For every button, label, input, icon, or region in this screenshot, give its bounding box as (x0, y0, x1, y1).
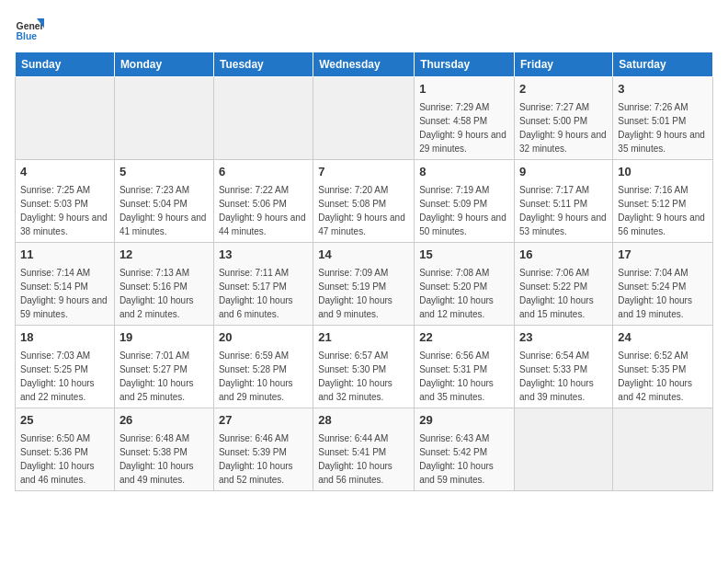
calendar-cell: 7Sunrise: 7:20 AM Sunset: 5:08 PM Daylig… (313, 160, 415, 243)
weekday-header-thursday: Thursday (415, 52, 515, 77)
calendar-cell: 19Sunrise: 7:01 AM Sunset: 5:27 PM Dayli… (114, 326, 213, 408)
calendar-cell: 11Sunrise: 7:14 AM Sunset: 5:14 PM Dayli… (16, 243, 115, 326)
day-number: 19 (119, 329, 209, 347)
day-info: Sunrise: 7:26 AM Sunset: 5:01 PM Dayligh… (618, 100, 708, 155)
calendar-cell: 16Sunrise: 7:06 AM Sunset: 5:22 PM Dayli… (515, 243, 613, 326)
day-info: Sunrise: 7:09 AM Sunset: 5:19 PM Dayligh… (318, 266, 409, 321)
calendar-cell: 28Sunrise: 6:44 AM Sunset: 5:41 PM Dayli… (313, 408, 415, 491)
day-number: 9 (519, 164, 608, 181)
weekday-header-wednesday: Wednesday (313, 52, 415, 77)
weekday-header-sunday: Sunday (16, 52, 115, 77)
logo-icon: General Blue (15, 15, 44, 44)
calendar-cell: 8Sunrise: 7:19 AM Sunset: 5:09 PM Daylig… (415, 160, 515, 243)
weekday-header-monday: Monday (114, 52, 213, 77)
day-info: Sunrise: 7:04 AM Sunset: 5:24 PM Dayligh… (618, 266, 708, 321)
calendar-cell: 13Sunrise: 7:11 AM Sunset: 5:17 PM Dayli… (213, 243, 313, 326)
calendar-cell: 4Sunrise: 7:25 AM Sunset: 5:03 PM Daylig… (16, 160, 115, 243)
calendar-cell: 24Sunrise: 6:52 AM Sunset: 5:35 PM Dayli… (613, 326, 713, 408)
day-number: 27 (219, 412, 308, 430)
day-number: 4 (20, 164, 109, 181)
calendar-cell (613, 408, 713, 491)
day-info: Sunrise: 6:54 AM Sunset: 5:33 PM Dayligh… (519, 349, 608, 404)
day-info: Sunrise: 7:11 AM Sunset: 5:17 PM Dayligh… (219, 266, 308, 321)
calendar-cell: 22Sunrise: 6:56 AM Sunset: 5:31 PM Dayli… (415, 326, 515, 408)
day-info: Sunrise: 6:43 AM Sunset: 5:42 PM Dayligh… (419, 431, 509, 487)
logo: General Blue (15, 15, 44, 44)
calendar-cell: 10Sunrise: 7:16 AM Sunset: 5:12 PM Dayli… (613, 160, 713, 243)
day-number: 23 (519, 329, 608, 347)
day-number: 2 (519, 81, 608, 98)
day-info: Sunrise: 7:01 AM Sunset: 5:27 PM Dayligh… (119, 349, 209, 404)
week-row-1: 1Sunrise: 7:29 AM Sunset: 4:58 PM Daylig… (16, 77, 713, 160)
calendar-cell: 26Sunrise: 6:48 AM Sunset: 5:38 PM Dayli… (114, 408, 213, 491)
calendar-cell: 5Sunrise: 7:23 AM Sunset: 5:04 PM Daylig… (114, 160, 213, 243)
day-info: Sunrise: 7:03 AM Sunset: 5:25 PM Dayligh… (20, 349, 109, 404)
week-row-3: 11Sunrise: 7:14 AM Sunset: 5:14 PM Dayli… (16, 243, 713, 326)
calendar-cell: 25Sunrise: 6:50 AM Sunset: 5:36 PM Dayli… (16, 408, 115, 491)
day-number: 20 (219, 329, 308, 347)
day-number: 12 (119, 247, 209, 264)
day-number: 29 (419, 412, 509, 430)
day-number: 13 (219, 247, 308, 264)
calendar-cell (213, 77, 313, 160)
calendar-cell: 9Sunrise: 7:17 AM Sunset: 5:11 PM Daylig… (515, 160, 613, 243)
calendar-table: SundayMondayTuesdayWednesdayThursdayFrid… (15, 52, 713, 491)
calendar-cell (114, 77, 213, 160)
calendar-cell: 2Sunrise: 7:27 AM Sunset: 5:00 PM Daylig… (515, 77, 613, 160)
calendar-cell: 1Sunrise: 7:29 AM Sunset: 4:58 PM Daylig… (415, 77, 515, 160)
calendar-cell: 3Sunrise: 7:26 AM Sunset: 5:01 PM Daylig… (613, 77, 713, 160)
weekday-header-saturday: Saturday (613, 52, 713, 77)
calendar-cell: 15Sunrise: 7:08 AM Sunset: 5:20 PM Dayli… (415, 243, 515, 326)
day-info: Sunrise: 7:29 AM Sunset: 4:58 PM Dayligh… (419, 100, 509, 155)
day-number: 18 (20, 329, 109, 347)
day-info: Sunrise: 6:52 AM Sunset: 5:35 PM Dayligh… (618, 349, 708, 404)
day-info: Sunrise: 6:50 AM Sunset: 5:36 PM Dayligh… (20, 431, 109, 487)
day-info: Sunrise: 6:46 AM Sunset: 5:39 PM Dayligh… (219, 431, 308, 487)
calendar-cell (313, 77, 415, 160)
weekday-header-friday: Friday (515, 52, 613, 77)
day-number: 28 (318, 412, 409, 430)
day-info: Sunrise: 6:48 AM Sunset: 5:38 PM Dayligh… (119, 431, 209, 487)
day-number: 8 (419, 164, 509, 181)
day-info: Sunrise: 7:22 AM Sunset: 5:06 PM Dayligh… (219, 183, 308, 238)
calendar-cell: 23Sunrise: 6:54 AM Sunset: 5:33 PM Dayli… (515, 326, 613, 408)
day-number: 22 (419, 329, 509, 347)
day-number: 15 (419, 247, 509, 264)
day-info: Sunrise: 6:56 AM Sunset: 5:31 PM Dayligh… (419, 349, 509, 404)
day-info: Sunrise: 7:25 AM Sunset: 5:03 PM Dayligh… (20, 183, 109, 238)
calendar-cell: 27Sunrise: 6:46 AM Sunset: 5:39 PM Dayli… (213, 408, 313, 491)
week-row-5: 25Sunrise: 6:50 AM Sunset: 5:36 PM Dayli… (16, 408, 713, 491)
day-info: Sunrise: 7:19 AM Sunset: 5:09 PM Dayligh… (419, 183, 509, 238)
day-info: Sunrise: 7:17 AM Sunset: 5:11 PM Dayligh… (519, 183, 608, 238)
week-row-4: 18Sunrise: 7:03 AM Sunset: 5:25 PM Dayli… (16, 326, 713, 408)
calendar-cell: 14Sunrise: 7:09 AM Sunset: 5:19 PM Dayli… (313, 243, 415, 326)
day-info: Sunrise: 6:44 AM Sunset: 5:41 PM Dayligh… (318, 431, 409, 487)
day-number: 5 (119, 164, 209, 181)
day-info: Sunrise: 7:06 AM Sunset: 5:22 PM Dayligh… (519, 266, 608, 321)
weekday-header-row: SundayMondayTuesdayWednesdayThursdayFrid… (16, 52, 713, 77)
week-row-2: 4Sunrise: 7:25 AM Sunset: 5:03 PM Daylig… (16, 160, 713, 243)
day-info: Sunrise: 7:16 AM Sunset: 5:12 PM Dayligh… (618, 183, 708, 238)
calendar-cell (16, 77, 115, 160)
day-info: Sunrise: 7:23 AM Sunset: 5:04 PM Dayligh… (119, 183, 209, 238)
calendar-cell (515, 408, 613, 491)
day-number: 21 (318, 329, 409, 347)
day-number: 3 (618, 81, 708, 98)
weekday-header-tuesday: Tuesday (213, 52, 313, 77)
day-info: Sunrise: 7:13 AM Sunset: 5:16 PM Dayligh… (119, 266, 209, 321)
day-number: 6 (219, 164, 308, 181)
day-number: 1 (419, 81, 509, 98)
calendar-cell: 6Sunrise: 7:22 AM Sunset: 5:06 PM Daylig… (213, 160, 313, 243)
day-info: Sunrise: 6:59 AM Sunset: 5:28 PM Dayligh… (219, 349, 308, 404)
day-number: 26 (119, 412, 209, 430)
page-header: General Blue (15, 15, 713, 44)
day-info: Sunrise: 6:57 AM Sunset: 5:30 PM Dayligh… (318, 349, 409, 404)
day-number: 17 (618, 247, 708, 264)
day-info: Sunrise: 7:14 AM Sunset: 5:14 PM Dayligh… (20, 266, 109, 321)
day-info: Sunrise: 7:27 AM Sunset: 5:00 PM Dayligh… (519, 100, 608, 155)
calendar-cell: 18Sunrise: 7:03 AM Sunset: 5:25 PM Dayli… (16, 326, 115, 408)
day-number: 24 (618, 329, 708, 347)
svg-text:General: General (17, 21, 44, 31)
day-number: 14 (318, 247, 409, 264)
calendar-cell: 20Sunrise: 6:59 AM Sunset: 5:28 PM Dayli… (213, 326, 313, 408)
